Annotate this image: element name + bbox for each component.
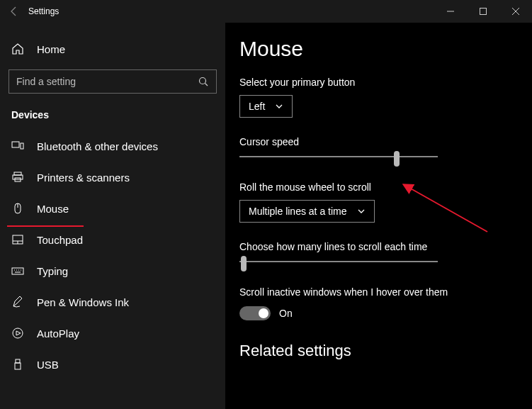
svg-line-25: [409, 188, 487, 232]
sidebar-category: Devices: [0, 106, 225, 130]
search-input[interactable]: [16, 76, 198, 87]
printer-icon: [11, 171, 24, 184]
svg-rect-6: [12, 142, 19, 147]
primary-button-label: Select your primary button: [239, 77, 518, 88]
related-settings-heading: Related settings: [239, 342, 518, 360]
slider-thumb[interactable]: [394, 151, 400, 167]
svg-rect-24: [15, 363, 21, 369]
sidebar-item-touchpad[interactable]: Touchpad: [0, 224, 225, 255]
pen-icon: [11, 296, 24, 308]
svg-rect-7: [21, 143, 23, 149]
svg-point-4: [200, 78, 206, 84]
back-button[interactable]: [0, 6, 28, 17]
dropdown-value: Multiple lines at a time: [249, 206, 347, 217]
search-icon: [198, 76, 209, 87]
svg-rect-16: [12, 268, 23, 274]
sidebar-item-typing[interactable]: Typing: [0, 255, 225, 286]
search-box[interactable]: [9, 69, 217, 94]
lines-scroll-slider[interactable]: [239, 261, 438, 262]
minimize-button[interactable]: [434, 0, 467, 23]
devices-icon: [11, 140, 24, 152]
sidebar-item-label: Pen & Windows Ink: [37, 296, 129, 308]
sidebar-item-bluetooth[interactable]: Bluetooth & other devices: [0, 130, 225, 162]
mouse-icon: [11, 202, 24, 215]
sidebar-item-label: AutoPlay: [37, 327, 79, 340]
home-icon: [11, 43, 24, 55]
svg-line-5: [205, 84, 208, 86]
sidebar-item-pen[interactable]: Pen & Windows Ink: [0, 286, 225, 318]
dropdown-value: Left: [249, 101, 265, 112]
touchpad-icon: [11, 233, 24, 246]
slider-thumb[interactable]: [241, 256, 247, 271]
inactive-scroll-toggle[interactable]: [239, 306, 271, 320]
inactive-scroll-label: Scroll inactive windows when I hover ove…: [239, 286, 518, 298]
primary-button-dropdown[interactable]: Left: [239, 95, 293, 118]
sidebar-item-label: Bluetooth & other devices: [37, 140, 158, 152]
sidebar-item-mouse[interactable]: Mouse: [0, 193, 225, 224]
cursor-speed-slider[interactable]: [239, 156, 438, 157]
title-bar: Settings: [0, 0, 532, 23]
main-content: Mouse Select your primary button Left Cu…: [225, 23, 532, 409]
home-nav[interactable]: Home: [0, 37, 225, 69]
lines-scroll-label: Choose how many lines to scroll each tim…: [239, 241, 518, 252]
chevron-down-icon: [357, 207, 366, 215]
sidebar-item-label: Typing: [37, 265, 68, 277]
sidebar-item-label: USB: [37, 359, 59, 371]
svg-rect-8: [14, 172, 21, 175]
keyboard-icon: [11, 264, 24, 277]
toggle-knob: [259, 308, 268, 318]
home-label: Home: [37, 43, 65, 55]
autoplay-icon: [11, 327, 24, 340]
sidebar-item-label: Mouse: [37, 203, 69, 215]
svg-rect-23: [16, 359, 20, 363]
sidebar-item-label: Touchpad: [37, 234, 83, 246]
wheel-scroll-label: Roll the mouse wheel to scroll: [239, 181, 518, 193]
maximize-button[interactable]: [467, 0, 499, 23]
svg-rect-1: [480, 9, 487, 15]
chevron-down-icon: [275, 102, 283, 111]
toggle-state: On: [279, 308, 293, 319]
usb-icon: [11, 358, 24, 371]
sidebar-item-label: Printers & scanners: [37, 172, 130, 184]
sidebar-item-printers[interactable]: Printers & scanners: [0, 162, 225, 193]
app-title: Settings: [28, 6, 59, 16]
wheel-scroll-dropdown[interactable]: Multiple lines at a time: [239, 200, 375, 223]
sidebar-item-autoplay[interactable]: AutoPlay: [0, 318, 225, 349]
page-title: Mouse: [239, 37, 518, 61]
sidebar-item-usb[interactable]: USB: [0, 349, 225, 380]
cursor-speed-label: Cursor speed: [239, 136, 518, 147]
sidebar: Home Devices Bluetooth & other devices P…: [0, 23, 225, 409]
svg-rect-9: [13, 175, 23, 179]
close-button[interactable]: [499, 0, 532, 23]
